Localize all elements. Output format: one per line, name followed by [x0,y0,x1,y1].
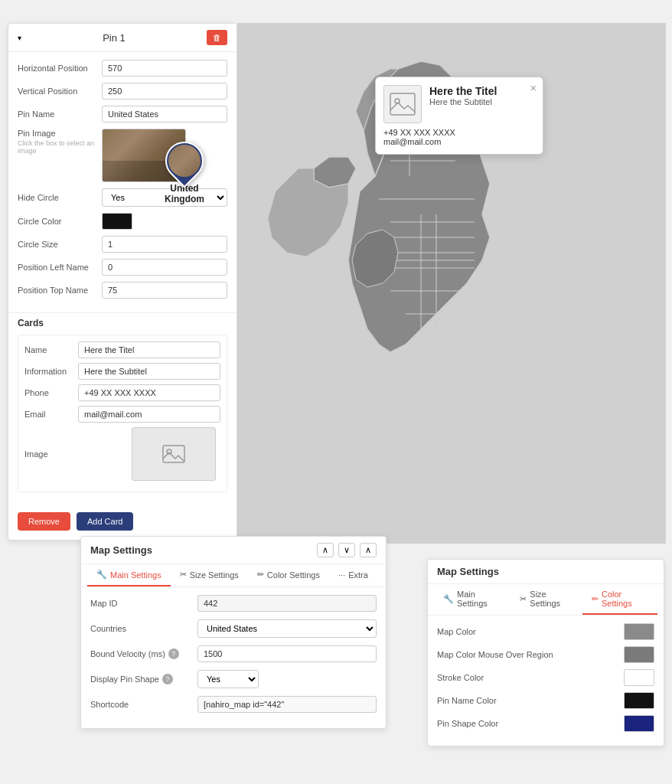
tab-color-settings[interactable]: ✏ Color Settings [248,564,329,586]
wrench-icon-right: 🔧 [443,594,454,604]
vertical-position-input[interactable] [102,83,227,100]
position-left-input[interactable] [102,259,227,276]
popup-email: mail@mail.com [383,137,535,146]
delete-pin-button[interactable]: 🗑 [207,30,227,45]
pin-shape-color-swatch[interactable] [624,715,654,732]
map-form-left: Map ID Countries United States United Ki… [81,587,386,728]
scissors-icon: ✂ [180,570,187,580]
card-phone-input[interactable] [78,384,220,401]
circle-size-input[interactable] [102,236,227,253]
pin-panel-title: Pin 1 [103,32,126,44]
pencil-icon-right: ✏ [592,594,599,604]
map-settings-title-right: Map Settings [437,566,499,577]
pin-circle [158,134,212,188]
remove-button[interactable]: Remove [18,512,70,531]
popup-image-box [383,85,422,123]
map-id-input[interactable] [197,595,377,612]
tab-main-settings[interactable]: 🔧 Main Settings [87,564,171,586]
bound-velocity-input[interactable] [197,645,377,662]
countries-select[interactable]: United States United Kingdom Germany [197,619,377,638]
help-icon[interactable]: ? [168,648,179,659]
circle-size-label: Circle Size [18,240,102,249]
card-image-select[interactable] [132,427,216,481]
popup-header: Here the Titel Here the Subtitel [383,85,535,123]
map-settings-panel-right: Map Settings 🔧 Main Settings ✂ Size Sett… [427,559,664,746]
hide-circle-label: Hide Circle [18,193,102,202]
display-pin-label: Display Pin Shape ? [90,674,197,684]
tab-size-settings-right[interactable]: ✂ Size Settings [511,584,582,615]
position-top-row: Position Top Name [18,282,227,299]
pin-name-input[interactable] [102,106,227,122]
popup-card: × Here the Titel Here the Subtitel +49 X… [375,77,543,155]
card-info-input[interactable] [78,363,220,380]
map-color-label: Map Color [437,627,624,636]
card-email-input[interactable] [78,406,220,423]
shortcode-row: Shortcode [90,696,377,713]
map-id-label: Map ID [90,599,197,608]
popup-image-icon [389,90,416,118]
vertical-position-label: Vertical Position [18,87,102,96]
cards-title: Cards [18,318,227,328]
collapse-down-button[interactable]: ∨ [338,543,355,557]
tab-color-settings-right[interactable]: ✏ Color Settings [582,584,657,615]
pin-image-label: Pin Image Click the box to select an ima… [18,129,102,155]
position-top-input[interactable] [102,282,227,299]
map-settings-header-right: Map Settings [428,560,664,584]
card-email-label: Email [24,410,78,419]
map-tabs-left: 🔧 Main Settings ✂ Size Settings ✏ Color … [81,564,386,587]
tab-main-settings-right[interactable]: 🔧 Main Settings [434,584,511,615]
horizontal-position-row: Horizontal Position [18,60,227,77]
pin-marker[interactable]: United Kingdom [165,142,204,204]
expand-button[interactable]: ∧ [360,543,377,557]
popup-info: Here the Titel Here the Subtitel [429,85,535,106]
pin-shape-color-row: Pin Shape Color [437,715,654,732]
card-phone-row: Phone [24,384,220,401]
card-name-label: Name [24,345,78,354]
card-phone-label: Phone [24,388,78,397]
card-info-row: Information [24,363,220,380]
map-tabs-right: 🔧 Main Settings ✂ Size Settings ✏ Color … [428,584,664,616]
svg-rect-0 [163,446,184,462]
collapse-up-button[interactable]: ∧ [317,543,334,557]
scissors-icon-right: ✂ [520,594,527,604]
popup-close-button[interactable]: × [530,82,537,94]
card-info-label: Information [24,367,78,376]
card-image-row: Image [24,427,220,481]
card-name-input[interactable] [78,341,220,358]
circle-color-swatch[interactable] [102,213,132,230]
map-id-row: Map ID [90,595,377,612]
display-pin-select[interactable]: Yes No [197,670,259,688]
map-settings-title-left: Map Settings [90,544,152,556]
pin-shape-color-label: Pin Shape Color [437,719,624,728]
shortcode-input[interactable] [197,696,377,713]
pin-name-color-label: Pin Name Color [437,696,624,705]
pin-inner-image [168,145,201,177]
bound-velocity-label: Bound Velocity (ms) ? [90,648,197,659]
map-color-swatch[interactable] [624,623,654,640]
image-placeholder-icon [161,442,186,466]
chevron-down-icon: ▾ [18,34,21,42]
card-name-row: Name [24,341,220,358]
help-icon-2[interactable]: ? [162,674,173,684]
pin-panel-header[interactable]: ▾ Pin 1 🗑 [8,24,237,52]
bound-velocity-row: Bound Velocity (ms) ? [90,645,377,662]
map-color-row: Map Color [437,623,654,640]
countries-row: Countries United States United Kingdom G… [90,619,377,638]
mouse-over-color-swatch[interactable] [624,646,654,663]
popup-subtitle: Here the Subtitel [429,97,535,106]
position-top-label: Position Top Name [18,286,102,295]
stroke-color-swatch[interactable] [624,669,654,686]
horizontal-position-input[interactable] [102,60,227,77]
circle-color-row: Circle Color [18,213,227,230]
tab-extra[interactable]: ··· Extra [329,564,377,586]
stroke-color-row: Stroke Color [437,669,654,686]
add-card-button[interactable]: Add Card [77,512,133,531]
cards-section: Cards Name Information Phone Email Image [8,312,237,506]
map-settings-panel-left: Map Settings ∧ ∨ ∧ 🔧 Main Settings ✂ Siz… [80,536,387,729]
circle-color-label: Circle Color [18,217,102,226]
pin-name-color-row: Pin Name Color [437,692,654,709]
pin-name-color-swatch[interactable] [624,692,654,709]
tab-size-settings[interactable]: ✂ Size Settings [171,564,248,586]
mouse-over-row: Map Color Mouse Over Region [437,646,654,663]
pin-name-label: Pin Name [18,109,102,119]
